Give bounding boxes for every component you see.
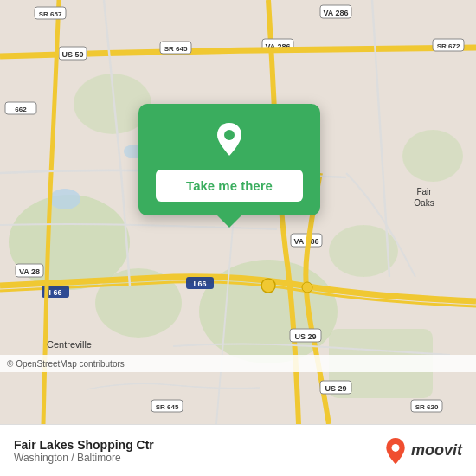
svg-text:SR 645: SR 645: [156, 403, 179, 411]
moovit-logo: moovit: [383, 437, 462, 465]
svg-point-5: [402, 130, 463, 182]
svg-text:VA 28: VA 28: [19, 267, 40, 276]
footer-title: Fair Lakes Shopping Ctr: [14, 438, 154, 452]
svg-text:Oaks: Oaks: [414, 198, 434, 208]
svg-text:VA 286: VA 286: [323, 9, 348, 17]
footer: Fair Lakes Shopping Ctr Washington / Bal…: [0, 424, 476, 476]
svg-point-36: [261, 279, 275, 293]
location-pin-icon: [209, 119, 249, 159]
svg-point-46: [224, 130, 235, 140]
svg-point-47: [392, 444, 400, 452]
footer-subtitle: Washington / Baltimore: [14, 452, 154, 464]
svg-point-8: [49, 189, 80, 209]
svg-text:US 29: US 29: [294, 332, 316, 341]
moovit-wordmark: moovit: [411, 441, 462, 460]
svg-text:I 66: I 66: [193, 280, 206, 288]
svg-text:SR 672: SR 672: [437, 42, 460, 50]
svg-text:US 29: US 29: [325, 384, 346, 393]
svg-point-37: [302, 282, 312, 293]
svg-text:662: 662: [15, 106, 27, 113]
map-container: I 66 I 66 VA 286 VA 286 US 50 VA 286 VA …: [0, 0, 476, 424]
attribution-text: © OpenStreetMap contributors: [7, 359, 125, 369]
svg-text:SR 620: SR 620: [415, 403, 439, 411]
popup-card: Take me there: [138, 104, 320, 215]
svg-text:Fair: Fair: [416, 187, 432, 196]
svg-text:US 50: US 50: [61, 50, 83, 59]
svg-text:Centreville: Centreville: [47, 339, 92, 350]
svg-text:SR 657: SR 657: [39, 10, 62, 18]
attribution-bar: © OpenStreetMap contributors: [0, 355, 476, 372]
svg-text:SR 645: SR 645: [164, 45, 188, 53]
footer-text: Fair Lakes Shopping Ctr Washington / Bal…: [14, 438, 154, 464]
moovit-pin-icon: [383, 437, 408, 465]
svg-text:I 66: I 66: [48, 288, 61, 297]
take-me-there-button[interactable]: Take me there: [156, 170, 303, 202]
